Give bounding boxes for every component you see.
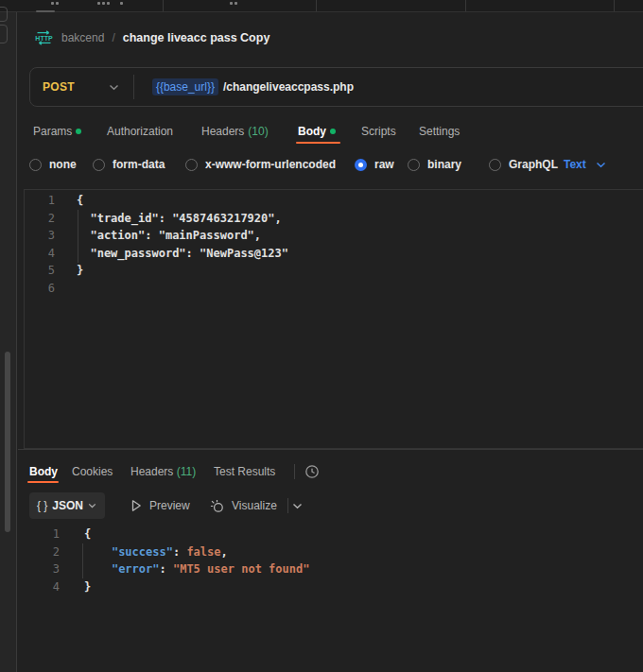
url-path[interactable]: /changeliveaccpass.php — [223, 80, 354, 94]
request-editor-line-numbers: 1 2 3 4 5 6 — [0, 192, 55, 297]
body-dot — [330, 129, 336, 134]
code-line: { — [84, 526, 309, 543]
code-line — [77, 280, 288, 298]
response-tab-test-results-label: Test Results — [214, 465, 275, 478]
divider — [287, 498, 288, 513]
tab-divider — [614, 0, 615, 11]
radio-icon[interactable] — [93, 159, 105, 171]
response-history-icon[interactable] — [304, 464, 320, 479]
tab-headers[interactable]: Headers (10) — [201, 121, 269, 142]
tab-strip-mark — [56, 2, 59, 5]
response-tab-cookies-label: Cookies — [72, 465, 113, 478]
radio-icon[interactable] — [185, 159, 198, 171]
indent-guide — [82, 543, 83, 578]
breadcrumb: HTTP bakcend / change liveacc pass Copy — [34, 29, 269, 46]
chevron-down-icon — [88, 503, 96, 508]
body-mode-binary-label: binary — [427, 158, 461, 171]
response-body-code[interactable]: { "success": false, "error": "MT5 user n… — [84, 526, 309, 595]
preview-button[interactable]: Preview — [130, 492, 190, 519]
body-mode-raw-label: raw — [374, 158, 394, 171]
body-mode-graphql[interactable]: GraphQL — [489, 158, 558, 171]
response-tab-body[interactable]: Body — [29, 461, 58, 482]
code-line: "error": "MT5 user not found" — [84, 560, 309, 578]
code-line: "action": "mainPassword", — [77, 227, 288, 245]
body-mode-raw[interactable]: raw — [355, 158, 394, 171]
sidebar-button[interactable] — [0, 25, 8, 43]
response-tab-cookies[interactable]: Cookies — [72, 461, 113, 482]
http-request-icon: HTTP — [34, 29, 54, 46]
raw-format-label: Text — [564, 158, 586, 171]
body-mode-none-label: none — [49, 158, 77, 171]
tab-divider — [465, 0, 466, 11]
code-line: { — [77, 192, 288, 210]
body-mode-urlencoded[interactable]: x-www-form-urlencoded — [185, 158, 336, 171]
visualize-label: Visualize — [232, 499, 277, 512]
base-url-variable[interactable]: {{base_url}} — [152, 78, 218, 95]
method-selector[interactable]: POST — [43, 80, 75, 94]
tab-authorization[interactable]: Authorization — [107, 121, 173, 142]
breadcrumb-collection[interactable]: bakcend — [61, 31, 104, 44]
raw-format-select[interactable]: Text — [564, 158, 606, 171]
response-active-tab-underline — [27, 481, 59, 483]
active-tab-indicator — [36, 10, 55, 12]
url-bar: POST {{base_url}} /changeliveaccpass.php — [29, 67, 643, 107]
tab-scripts-label: Scripts — [361, 121, 396, 142]
tab-scripts[interactable]: Scripts — [361, 121, 396, 142]
body-mode-graphql-label: GraphQL — [509, 158, 558, 171]
preview-label: Preview — [149, 499, 190, 512]
code-line: } — [77, 262, 288, 280]
code-line: "success": false, — [84, 543, 309, 561]
chevron-down-icon[interactable] — [292, 503, 303, 509]
visualize-button[interactable]: Visualize — [210, 492, 277, 519]
tab-strip-mark — [230, 2, 233, 5]
tab-body-label: Body — [298, 121, 326, 142]
code-line: } — [84, 578, 309, 596]
response-tab-body-label: Body — [29, 465, 58, 478]
braces-icon: { } — [37, 499, 47, 512]
tab-settings[interactable]: Settings — [419, 121, 460, 142]
divider — [294, 464, 295, 479]
tab-divider — [163, 0, 164, 11]
tab-strip-mark — [120, 2, 123, 5]
response-format-button[interactable]: { } JSON — [29, 492, 105, 519]
tab-params-label: Params — [33, 121, 72, 142]
tab-divider — [316, 0, 317, 11]
radio-selected-icon[interactable] — [355, 159, 367, 171]
tab-strip-mark — [97, 2, 100, 5]
radio-icon[interactable] — [29, 159, 42, 171]
body-mode-binary[interactable]: binary — [408, 158, 461, 171]
svg-text:HTTP: HTTP — [35, 35, 53, 42]
sidebar-button[interactable] — [0, 7, 8, 22]
body-mode-urlencoded-label: x-www-form-urlencoded — [205, 158, 336, 171]
tab-authorization-label: Authorization — [107, 121, 173, 142]
response-format-label: JSON — [52, 499, 83, 512]
sidebar-scrollbar[interactable] — [5, 352, 10, 532]
tab-body[interactable]: Body — [298, 121, 336, 142]
headers-count: (10) — [248, 121, 268, 142]
code-line: "trade_id": "4587463217920", — [77, 210, 288, 228]
response-headers-count: (11) — [177, 465, 196, 478]
chevron-down-icon — [596, 162, 606, 168]
tab-strip-mark — [107, 2, 110, 5]
radio-icon[interactable] — [408, 159, 420, 171]
response-section-divider — [18, 449, 643, 450]
tab-strip-mark — [235, 2, 237, 5]
response-editor-line-numbers: 1 2 3 4 — [0, 526, 60, 595]
play-icon — [130, 499, 142, 512]
response-tab-test-results[interactable]: Test Results — [214, 461, 275, 482]
active-tab-underline — [296, 142, 340, 144]
visualize-icon — [210, 499, 224, 513]
body-mode-form-data-label: form-data — [113, 158, 165, 171]
body-mode-none[interactable]: none — [29, 158, 77, 171]
response-tab-headers-label: Headers — [130, 465, 173, 478]
tab-params[interactable]: Params — [33, 121, 81, 142]
chevron-down-icon[interactable] — [109, 84, 119, 91]
radio-icon[interactable] — [489, 159, 501, 171]
response-tab-headers[interactable]: Headers (11) — [130, 461, 196, 482]
tab-headers-label: Headers — [201, 121, 244, 142]
tab-strip-mark — [51, 2, 54, 5]
request-name[interactable]: change liveacc pass Copy — [123, 31, 270, 44]
body-mode-form-data[interactable]: form-data — [93, 158, 165, 171]
request-body-code[interactable]: { "trade_id": "4587463217920", "action":… — [77, 192, 288, 297]
tab-strip-mark — [102, 2, 105, 5]
